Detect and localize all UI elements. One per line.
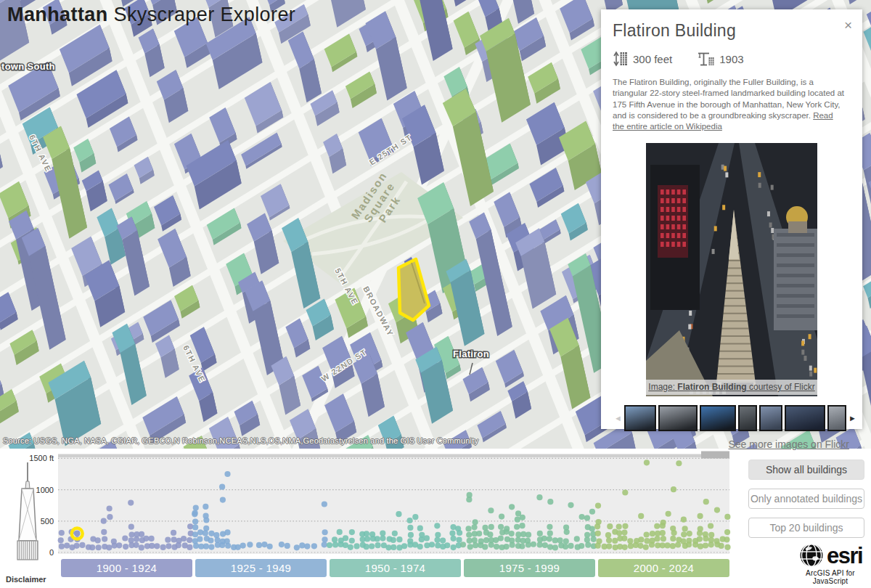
close-icon[interactable]: × (844, 18, 852, 32)
building-year-stat: 1903 (697, 50, 743, 68)
building-photo: Image: Flatiron Building courtesy of Fli… (646, 143, 817, 396)
era-button-1950-1974[interactable]: 1950 - 1974 (330, 559, 461, 577)
photo-caption-link[interactable]: Image: Flatiron Building courtesy of Fli… (648, 382, 814, 392)
building-height-value: 300 feet (633, 53, 672, 65)
esri-brand[interactable]: esri ArcGIS API for JavaScript (794, 542, 867, 585)
photo-caption-building: Flatiron Building (677, 382, 746, 392)
photo-thumbnail[interactable] (700, 405, 736, 431)
photo-thumbnail[interactable] (785, 405, 825, 431)
photo-thumbnail[interactable] (759, 405, 782, 431)
height-icon (613, 50, 629, 68)
building-stats: 300 feet 1903 (613, 50, 851, 68)
page-title: Manhattan Skyscraper Explorer (7, 4, 295, 26)
filter-controls: Show all buildings Only annotated buildi… (748, 460, 864, 547)
timeline-scrollbar-thumb[interactable] (701, 452, 729, 459)
carousel-prev-icon[interactable]: ◄ (614, 414, 622, 422)
photo-thumbnail[interactable] (624, 405, 656, 431)
flatiron-photo-illustration (646, 143, 817, 396)
photo-thumbnail[interactable] (738, 405, 757, 431)
map-attribution: Source: USGS, NGA, NASA, CGIAR, GEBCO,N … (3, 436, 478, 445)
show-all-buildings-button[interactable]: Show all buildings (748, 460, 864, 480)
svg-text:town South: town South (1, 61, 55, 72)
building-description-text: The Flatiron Building, originally the Fu… (613, 78, 844, 120)
esri-wordmark: esri (827, 544, 862, 567)
photo-thumbnail[interactable] (827, 405, 846, 431)
era-button-1900-1924[interactable]: 1900 - 1924 (61, 559, 192, 577)
photo-caption[interactable]: Image: Flatiron Building courtesy of Fli… (646, 380, 817, 395)
building-title: Flatiron Building (613, 21, 851, 41)
photo-thumbnail-strip: ◄ ► (614, 404, 849, 432)
svg-text:Flatiron: Flatiron (453, 348, 489, 359)
photo-caption-suffix: courtesy of Flickr (747, 382, 815, 392)
photo-thumbnail[interactable] (658, 405, 698, 431)
top-20-buildings-button[interactable]: Top 20 buildings (748, 518, 864, 538)
building-year-value: 1903 (719, 53, 743, 65)
disclaimer-link[interactable]: Disclaimer (6, 575, 46, 584)
manhattan-skyscraper-explorer-app: MadisonSquarePark6TH AVE6TH AVEE 25TH ST… (0, 0, 871, 588)
construction-year-icon (697, 50, 716, 68)
timeline-scrollbar-track[interactable] (58, 454, 729, 458)
era-button-row: 1900 - 1924 1925 - 1949 1950 - 1974 1975… (61, 559, 729, 577)
only-annotated-buildings-button[interactable]: Only annotated buildings (748, 489, 864, 509)
era-button-2000-2024[interactable]: 2000 - 2024 (598, 559, 729, 577)
carousel-next-icon[interactable]: ► (848, 414, 856, 422)
arcgis-api-caption: ArcGIS API for JavaScript (794, 569, 867, 585)
building-height-stat: 300 feet (613, 50, 672, 68)
photo-caption-prefix: Image: (648, 382, 677, 392)
esri-logo-row: esri (794, 542, 867, 568)
page-title-rest: Skyscraper Explorer (108, 4, 296, 25)
esri-globe-icon (798, 542, 825, 568)
page-title-bold: Manhattan (7, 4, 108, 25)
building-description: The Flatiron Building, originally the Fu… (613, 77, 846, 132)
building-info-panel: × Flatiron Building 300 feet (601, 9, 862, 429)
era-button-1925-1949[interactable]: 1925 - 1949 (195, 559, 327, 577)
thumbnail-row (624, 405, 846, 431)
era-button-1975-1999[interactable]: 1975 - 1999 (464, 559, 595, 577)
